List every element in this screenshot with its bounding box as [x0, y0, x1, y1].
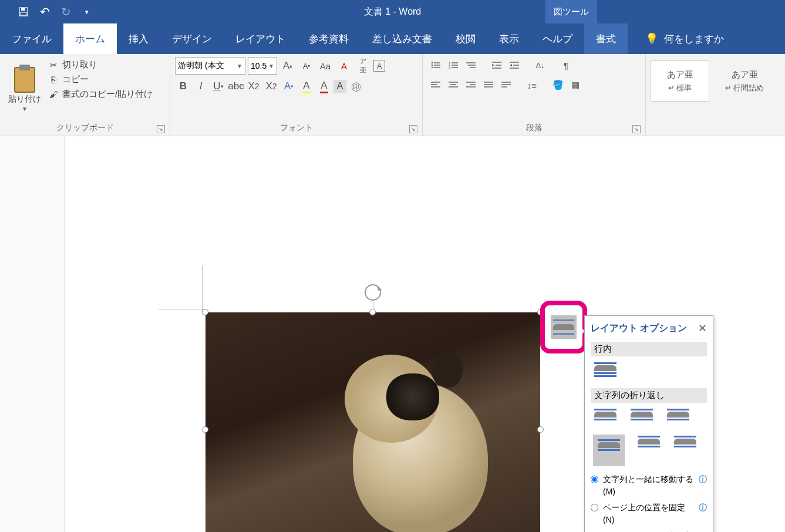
- wrap-behind[interactable]: [636, 435, 661, 454]
- font-launcher[interactable]: ↘: [409, 125, 417, 133]
- info-icon[interactable]: ⓘ: [699, 501, 707, 514]
- show-marks-button[interactable]: ¶: [558, 57, 574, 73]
- paste-button[interactable]: 貼り付け ▼: [5, 57, 45, 122]
- tab-format[interactable]: 書式: [584, 23, 628, 54]
- document-area: ⚓ ↲ レイアウト オプション ✕ 行内 文字列の折り返し 文字列と一緒に: [0, 136, 785, 532]
- subscript-button[interactable]: X2: [245, 78, 262, 95]
- change-case-button[interactable]: Aa: [317, 58, 333, 74]
- shading-button[interactable]: 🪣: [550, 77, 566, 93]
- group-paragraph: 123 A↓ ¶ ↕≡ 🪣 ▦: [423, 54, 646, 136]
- wrap-through[interactable]: [666, 408, 690, 427]
- tab-file[interactable]: ファイル: [0, 23, 63, 54]
- tab-layout[interactable]: レイアウト: [224, 23, 297, 54]
- clipboard-icon: [14, 67, 35, 93]
- phonetic-guide-button[interactable]: ア亜: [355, 58, 371, 74]
- decrease-indent-button[interactable]: [488, 57, 505, 73]
- resize-handle[interactable]: [537, 426, 544, 433]
- borders-button[interactable]: ▦: [567, 77, 584, 93]
- resize-handle[interactable]: [202, 426, 208, 433]
- ribbon: 貼り付け ▼ ✂切り取り ⎘コピー 🖌書式のコピー/貼り付け クリップボード↘ …: [0, 54, 785, 136]
- title-bar: ↶ ↻ ▾ 文書 1 - Word 図ツール: [0, 0, 785, 23]
- tab-review[interactable]: 校閲: [444, 23, 487, 54]
- resize-handle[interactable]: [369, 309, 376, 315]
- layout-options-button[interactable]: [540, 301, 587, 353]
- save-button[interactable]: [14, 4, 33, 20]
- tell-me-label: 何をしますか: [664, 32, 724, 46]
- font-size-combo[interactable]: 10.5▼: [248, 57, 277, 75]
- font-color-button[interactable]: A: [316, 78, 332, 95]
- qa-customize-button[interactable]: ▾: [78, 4, 96, 20]
- strikethrough-button[interactable]: abc: [228, 78, 244, 95]
- radio-move-with-text[interactable]: 文字列と一緒に移動する(M) ⓘ: [591, 473, 707, 498]
- cut-button[interactable]: ✂切り取り: [48, 59, 153, 70]
- rotate-handle[interactable]: [365, 284, 381, 301]
- wrap-front[interactable]: [673, 435, 698, 454]
- format-painter-button[interactable]: 🖌書式のコピー/貼り付け: [48, 89, 153, 100]
- ribbon-tabs: ファイル ホーム 挿入 デザイン レイアウト 参考資料 差し込み文書 校閲 表示…: [0, 23, 785, 54]
- tab-home[interactable]: ホーム: [63, 23, 117, 54]
- wrap-tight[interactable]: [629, 408, 654, 427]
- tab-mailings[interactable]: 差し込み文書: [361, 23, 444, 54]
- bullets-button[interactable]: [427, 57, 444, 73]
- highlight-button[interactable]: A: [298, 78, 315, 95]
- window-title: 文書 1 - Word: [364, 6, 422, 18]
- shrink-font-button[interactable]: A▾: [298, 58, 315, 74]
- page-gutter: [0, 136, 65, 532]
- wrap-inline[interactable]: [593, 361, 618, 381]
- enclose-char-button[interactable]: ㊞: [348, 78, 364, 95]
- underline-button[interactable]: U ▾: [210, 78, 227, 95]
- style-nospace[interactable]: あア亜 ↵ 行間詰め: [715, 60, 774, 102]
- redo-button[interactable]: ↻: [56, 4, 75, 20]
- clipboard-launcher[interactable]: ↘: [157, 125, 165, 133]
- group-clipboard: 貼り付け ▼ ✂切り取り ⎘コピー 🖌書式のコピー/貼り付け クリップボード↘: [0, 54, 170, 136]
- sort-button[interactable]: A↓: [532, 57, 548, 73]
- svg-text:3: 3: [449, 66, 450, 69]
- text-effects-button[interactable]: A ▾: [281, 78, 297, 95]
- increase-indent-button[interactable]: [506, 57, 523, 73]
- multilevel-list-button[interactable]: [463, 57, 479, 73]
- tab-view[interactable]: 表示: [487, 23, 531, 54]
- bold-button[interactable]: B: [175, 78, 191, 95]
- char-shading-button[interactable]: A: [333, 80, 346, 93]
- svg-rect-2: [21, 12, 26, 15]
- font-name-combo[interactable]: 游明朝 (本文▼: [175, 57, 245, 75]
- wrap-topbottom[interactable]: [593, 435, 625, 466]
- guide-line: [159, 309, 205, 309]
- superscript-button[interactable]: X2: [263, 78, 279, 95]
- layout-options-callout: レイアウト オプション ✕ 行内 文字列の折り返し 文字列と一緒に移動する(M)…: [584, 315, 713, 532]
- distribute-button[interactable]: [498, 77, 514, 93]
- clear-formatting-button[interactable]: A: [336, 58, 352, 74]
- char-border-button[interactable]: A: [373, 60, 385, 72]
- svg-marker-23: [510, 64, 512, 66]
- resize-handle[interactable]: [202, 309, 208, 315]
- line-spacing-button[interactable]: ↕≡: [524, 77, 540, 93]
- justify-button[interactable]: [480, 77, 497, 93]
- inline-section-header: 行内: [591, 342, 707, 356]
- align-right-button[interactable]: [463, 77, 479, 93]
- style-normal[interactable]: あア亜 ↵ 標準: [651, 60, 709, 102]
- italic-button[interactable]: I: [193, 78, 209, 95]
- grow-font-button[interactable]: A▴: [279, 58, 296, 74]
- close-icon[interactable]: ✕: [698, 322, 707, 335]
- selected-image[interactable]: [205, 312, 540, 532]
- tab-insert[interactable]: 挿入: [117, 23, 160, 54]
- layout-options-icon: [551, 315, 577, 339]
- tell-me-search[interactable]: 💡 何をしますか: [645, 32, 724, 46]
- paste-label: 貼り付け: [8, 94, 41, 105]
- radio-fix-position[interactable]: ページ上の位置を固定(N) ⓘ: [591, 501, 707, 526]
- svg-point-3: [432, 62, 433, 64]
- picture-tools-tab[interactable]: 図ツール: [545, 0, 597, 23]
- tab-design[interactable]: デザイン: [160, 23, 224, 54]
- copy-button[interactable]: ⎘コピー: [48, 74, 153, 85]
- tab-references[interactable]: 参考資料: [297, 23, 361, 54]
- wrap-square[interactable]: [593, 408, 618, 427]
- numbering-button[interactable]: 123: [445, 57, 461, 73]
- svg-marker-19: [492, 64, 494, 66]
- svg-point-5: [432, 65, 433, 66]
- align-left-button[interactable]: [427, 77, 444, 93]
- tab-help[interactable]: ヘルプ: [531, 23, 584, 54]
- paragraph-launcher[interactable]: ↘: [632, 125, 641, 133]
- undo-button[interactable]: ↶: [35, 4, 54, 20]
- info-icon[interactable]: ⓘ: [699, 473, 707, 486]
- align-center-button[interactable]: [445, 77, 461, 93]
